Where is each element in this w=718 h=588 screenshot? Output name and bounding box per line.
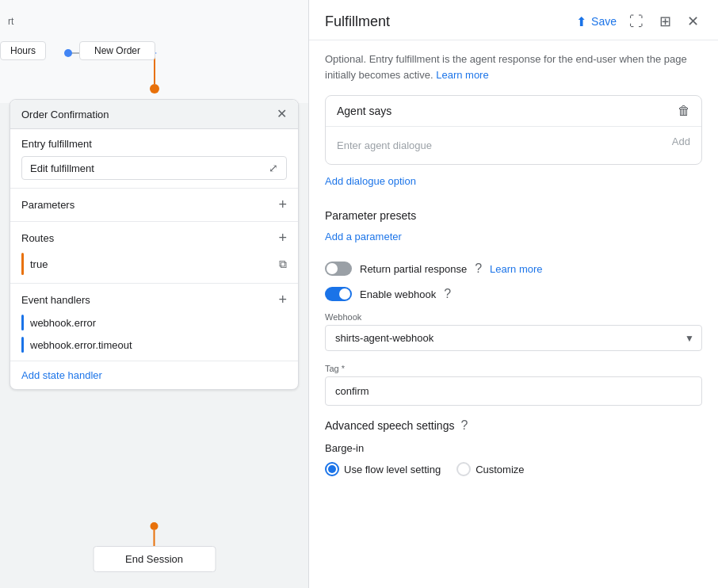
event-label-1: webhook.error.timeout bbox=[30, 339, 132, 351]
save-button[interactable]: ⬆ Save bbox=[576, 14, 617, 29]
webhook-select[interactable]: shirts-agent-webhook bbox=[325, 325, 702, 351]
svg-point-2 bbox=[150, 84, 159, 94]
barge-in-option-0[interactable]: Use flow level setting bbox=[325, 462, 441, 476]
order-card-title: Order Confirmation bbox=[21, 109, 109, 120]
share-icon: ⤢ bbox=[269, 162, 278, 174]
webhook-select-wrapper: shirts-agent-webhook ▼ bbox=[325, 325, 702, 351]
save-label: Save bbox=[591, 15, 617, 28]
return-partial-help-icon[interactable]: ? bbox=[475, 262, 482, 276]
barge-in-radio-label-1: Customize bbox=[475, 464, 524, 475]
svg-point-1 bbox=[64, 49, 72, 57]
dialogue-input-row: Add bbox=[326, 127, 701, 164]
right-content: Optional. Entry fulfillment is the agent… bbox=[309, 40, 718, 487]
param-presets-title: Parameter presets bbox=[325, 209, 702, 222]
enable-webhook-slider bbox=[325, 287, 352, 301]
right-header: Fulfillment ⬆ Save ⛶ ⊞ ✕ bbox=[309, 0, 718, 40]
tag-input[interactable] bbox=[325, 376, 702, 406]
end-session-node[interactable]: End Session bbox=[93, 546, 216, 572]
return-partial-response-row: Return partial response ? Learn more bbox=[325, 262, 702, 276]
description-text: Optional. Entry fulfillment is the agent… bbox=[325, 52, 702, 82]
add-parameter-button[interactable]: Add a parameter bbox=[325, 231, 402, 242]
barge-in-radio-circle-0 bbox=[325, 462, 339, 476]
agent-says-title: Agent says bbox=[337, 105, 391, 117]
parameters-section: Parameters + bbox=[10, 189, 298, 222]
agent-says-box: Agent says 🗑 Add bbox=[325, 95, 702, 165]
agent-says-header: Agent says 🗑 bbox=[326, 96, 701, 127]
end-session-area: End Session bbox=[93, 522, 216, 572]
add-event-handler-icon[interactable]: + bbox=[278, 292, 287, 308]
route-copy-icon[interactable]: ⧉ bbox=[279, 258, 287, 271]
right-panel: Fulfillment ⬆ Save ⛶ ⊞ ✕ Optional. Entry… bbox=[309, 0, 718, 588]
event-handlers-title: Event handlers bbox=[21, 294, 90, 306]
routes-title: Routes bbox=[21, 232, 54, 244]
event-handlers-header[interactable]: Event handlers + bbox=[21, 292, 287, 308]
event-item-1: webhook.error.timeout bbox=[21, 337, 287, 353]
entry-fulfillment-section: Entry fulfillment Edit fulfillment ⤢ bbox=[10, 129, 298, 189]
flow-node-neworder[interactable]: New Order bbox=[79, 41, 155, 60]
enable-webhook-toggle[interactable] bbox=[325, 287, 352, 301]
header-actions: ⬆ Save ⛶ ⊞ ✕ bbox=[576, 11, 702, 32]
enable-webhook-label: Enable webhook bbox=[360, 288, 436, 300]
close-panel-button[interactable]: ✕ bbox=[684, 11, 702, 32]
move-button[interactable]: ⊞ bbox=[656, 11, 674, 32]
event-indicator-1 bbox=[21, 337, 24, 353]
barge-in-radio-inner-0 bbox=[328, 465, 336, 473]
barge-in-option-1[interactable]: Customize bbox=[456, 462, 524, 476]
route-indicator bbox=[21, 253, 24, 275]
learn-more-link-desc[interactable]: Learn more bbox=[436, 69, 488, 81]
barge-in-radio-label-0: Use flow level setting bbox=[344, 464, 441, 475]
route-item: true ⧉ bbox=[21, 253, 287, 275]
parameters-header[interactable]: Parameters + bbox=[21, 197, 287, 213]
fulfillment-title: Fulfillment bbox=[325, 13, 390, 30]
expand-button[interactable]: ⛶ bbox=[626, 12, 647, 32]
parameters-title: Parameters bbox=[21, 199, 74, 211]
end-session-connector-line bbox=[154, 530, 155, 546]
event-label-0: webhook.error bbox=[30, 317, 96, 329]
barge-in-radio-group: Use flow level setting Customize bbox=[325, 462, 702, 476]
advanced-speech-title: Advanced speech settings bbox=[325, 419, 454, 432]
agent-dialogue-input[interactable] bbox=[326, 130, 672, 161]
order-confirmation-card: Order Confirmation ✕ Entry fulfillment E… bbox=[10, 99, 299, 390]
route-label: true bbox=[30, 258, 273, 270]
return-partial-learn-more[interactable]: Learn more bbox=[490, 263, 542, 275]
edit-fulfillment-label: Edit fulfillment bbox=[30, 162, 94, 174]
webhook-field-group: Webhook shirts-agent-webhook ▼ bbox=[325, 312, 702, 351]
save-icon: ⬆ bbox=[576, 14, 586, 29]
param-presets-section: Parameter presets Add a parameter bbox=[325, 209, 702, 258]
add-route-icon[interactable]: + bbox=[278, 230, 287, 246]
event-item-0: webhook.error bbox=[21, 315, 287, 330]
edit-fulfillment-button[interactable]: Edit fulfillment ⤢ bbox=[21, 156, 287, 180]
return-partial-slider bbox=[325, 262, 352, 276]
add-state-handler-button[interactable]: Add state handler bbox=[10, 361, 298, 389]
enable-webhook-row: Enable webhook ? bbox=[325, 287, 702, 301]
barge-in-section: Barge-in Use flow level setting Customiz… bbox=[325, 442, 702, 476]
webhook-label: Webhook bbox=[325, 312, 702, 322]
left-panel: rt Hours New Order Order Confirmation ✕ … bbox=[0, 0, 309, 588]
event-indicator-0 bbox=[21, 315, 24, 330]
flow-node-hours[interactable]: Hours bbox=[0, 41, 46, 60]
tag-field-group: Tag * bbox=[325, 364, 702, 406]
barge-in-radio-circle-1 bbox=[456, 462, 471, 476]
enable-webhook-help-icon[interactable]: ? bbox=[444, 287, 451, 301]
end-session-connector-dot bbox=[151, 522, 158, 530]
routes-header[interactable]: Routes + bbox=[21, 230, 287, 246]
event-handlers-section: Event handlers + webhook.error webhook.e… bbox=[10, 284, 298, 361]
return-partial-label: Return partial response bbox=[360, 263, 467, 275]
add-dialogue-button[interactable]: Add bbox=[672, 136, 701, 155]
routes-section: Routes + true ⧉ bbox=[10, 222, 298, 284]
entry-fulfillment-title: Entry fulfillment bbox=[21, 138, 92, 150]
close-card-button[interactable]: ✕ bbox=[277, 108, 287, 120]
tag-label: Tag * bbox=[325, 364, 702, 373]
add-parameter-icon[interactable]: + bbox=[278, 197, 287, 213]
advanced-speech-help-icon[interactable]: ? bbox=[460, 418, 468, 433]
delete-agent-says-button[interactable]: 🗑 bbox=[678, 104, 690, 118]
flow-node-rt: rt bbox=[8, 16, 13, 27]
add-dialogue-option-button[interactable]: Add dialogue option bbox=[325, 175, 416, 187]
barge-in-title: Barge-in bbox=[325, 442, 702, 454]
order-card-header: Order Confirmation ✕ bbox=[10, 100, 298, 129]
advanced-speech-header: Advanced speech settings ? bbox=[325, 418, 702, 433]
return-partial-toggle[interactable] bbox=[325, 262, 352, 276]
canvas-area: rt Hours New Order bbox=[0, 0, 308, 103]
